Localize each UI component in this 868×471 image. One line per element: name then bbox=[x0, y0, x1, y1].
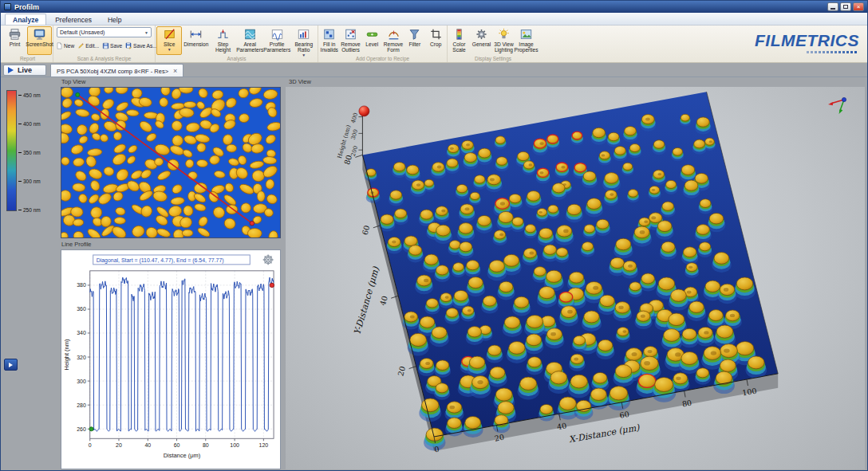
analysis-step-height-button[interactable]: Step Height bbox=[210, 26, 235, 55]
tab-close-icon[interactable]: × bbox=[173, 68, 177, 75]
button-label: Color Scale bbox=[449, 41, 469, 53]
line-profile-chart[interactable]: 020406080100120260280300320340360380Diag… bbox=[61, 249, 281, 469]
save-button[interactable]: Save bbox=[102, 42, 122, 49]
live-label: Live bbox=[18, 66, 32, 74]
analysis-dimension-button[interactable]: Dimension bbox=[183, 26, 209, 55]
svg-text:40: 40 bbox=[378, 295, 389, 307]
play-icon bbox=[8, 67, 14, 73]
analysis-areal-parameters-button[interactable]: Areal Parameters bbox=[237, 26, 263, 55]
group-label-display: Display Settings bbox=[448, 56, 539, 61]
filmetrics-logo: FILMETRICS bbox=[755, 31, 859, 53]
operator-fill-in-invalids-button[interactable]: Fill in Invalids bbox=[319, 26, 340, 55]
svg-text:60: 60 bbox=[174, 442, 180, 448]
display-general-button[interactable]: General bbox=[471, 26, 492, 55]
button-label: Fill in Invalids bbox=[320, 41, 339, 53]
button-label: Level bbox=[365, 41, 378, 47]
trace-end-marker bbox=[270, 283, 274, 288]
save-icon bbox=[102, 42, 109, 49]
operator-filter-button[interactable]: Filter bbox=[404, 26, 425, 55]
color-scale-label: 300 nm bbox=[18, 178, 41, 184]
button-label: Remove Form bbox=[384, 41, 404, 53]
docked-live-icon[interactable] bbox=[4, 359, 18, 371]
button-label: Bearing Ratio bbox=[292, 41, 316, 53]
menu-tab-preferences[interactable]: Preferences bbox=[48, 14, 99, 25]
button-label: New bbox=[64, 43, 74, 49]
svg-text:60: 60 bbox=[619, 410, 630, 420]
3d-view-plot[interactable]: 020406080100X-Distance (μm)20406080Y-Dis… bbox=[286, 87, 865, 469]
svg-text:120: 120 bbox=[259, 442, 269, 448]
slice-icon bbox=[163, 28, 176, 41]
button-label: Save As... bbox=[133, 43, 157, 49]
ribbon-group-report: Print ScreenShot Report bbox=[2, 26, 53, 62]
operator-crop-button[interactable]: Crop bbox=[426, 26, 447, 55]
ribbon-group-operators: Fill in InvalidsRemove OutliersLevelRemo… bbox=[318, 26, 448, 62]
button-label: Crop bbox=[430, 41, 441, 47]
svg-text:260: 260 bbox=[77, 426, 86, 432]
slice-start-marker bbox=[76, 92, 80, 96]
general-icon bbox=[475, 28, 488, 41]
svg-text:200: 200 bbox=[350, 145, 359, 157]
top-view-image[interactable] bbox=[61, 87, 281, 238]
3d-view-title: 3D View bbox=[289, 78, 311, 85]
button-label: Dimension bbox=[183, 41, 208, 47]
ribbon-group-recipe: Default (Unsaved) ▼ NewEdit...SaveSave A… bbox=[53, 26, 156, 62]
orientation-axes-icon bbox=[828, 97, 846, 114]
screenshot-label: ScreenShot bbox=[26, 41, 53, 47]
minimize-button[interactable] bbox=[827, 2, 838, 11]
operator-remove-outliers-button[interactable]: Remove Outliers bbox=[341, 26, 361, 55]
recipe-preset-dropdown[interactable]: Default (Unsaved) ▼ bbox=[57, 27, 152, 37]
svg-text:300: 300 bbox=[77, 379, 86, 384]
filmetrics-wordmark: FILMETRICS bbox=[755, 31, 859, 50]
top-view-title: Top View bbox=[61, 78, 85, 85]
menu-tab-help[interactable]: Help bbox=[101, 14, 128, 25]
color-scale-label: 350 nm bbox=[18, 149, 41, 155]
svg-text:100: 100 bbox=[230, 442, 239, 448]
app-window: Profilm × AnalyzePreferencesHelp Print S… bbox=[0, 0, 868, 471]
menu-tab-analyze[interactable]: Analyze bbox=[5, 14, 46, 25]
button-label: Save bbox=[110, 43, 122, 49]
print-label: Print bbox=[10, 41, 21, 47]
save-as-button[interactable]: Save As... bbox=[125, 42, 157, 49]
analysis-profile-parameters-button[interactable]: Profile Parameters bbox=[264, 26, 290, 55]
display-image-properties-button[interactable]: Image Properties bbox=[515, 26, 537, 55]
analysis-bearing-ratio-button[interactable]: Bearing Ratio▼ bbox=[291, 26, 317, 55]
button-label: Edit... bbox=[85, 43, 99, 49]
group-label-analysis: Analysis bbox=[156, 56, 318, 61]
svg-text:20: 20 bbox=[494, 433, 505, 443]
display-color-scale-button[interactable]: Color Scale bbox=[448, 26, 470, 55]
operator-remove-form-button[interactable]: Remove Form bbox=[383, 26, 404, 55]
display-3d-view-lighting-button[interactable]: 3D View Lighting bbox=[493, 26, 515, 55]
app-icon bbox=[4, 3, 11, 10]
bearing-ratio-icon bbox=[297, 28, 310, 41]
analysis-slice-button[interactable]: Slice▼ bbox=[156, 26, 182, 55]
button-label: Areal Parameters bbox=[236, 41, 263, 53]
svg-text:60: 60 bbox=[360, 225, 371, 237]
svg-text:320: 320 bbox=[77, 355, 86, 360]
operator-level-button[interactable]: Level bbox=[362, 26, 383, 55]
group-label-report: Report bbox=[2, 56, 53, 61]
group-label-recipe: Scan & Analysis Recipe bbox=[53, 56, 155, 61]
close-button[interactable]: × bbox=[853, 2, 864, 11]
dimension-icon bbox=[189, 28, 203, 41]
window-title: Profilm bbox=[14, 3, 39, 11]
print-button[interactable]: Print bbox=[3, 26, 26, 55]
edit-button[interactable]: Edit... bbox=[77, 42, 99, 49]
color-scale-icon bbox=[452, 28, 466, 41]
ribbon-group-display: Color ScaleGeneral3D View LightingImage … bbox=[448, 26, 539, 62]
document-tab[interactable]: PS PCA 50Xobj 4XZM comp 8<RF - Res> × bbox=[50, 64, 183, 77]
live-button[interactable]: Live bbox=[3, 65, 46, 76]
screenshot-icon bbox=[33, 28, 46, 41]
button-label: Slice bbox=[164, 41, 175, 47]
screenshot-button[interactable]: ScreenShot bbox=[27, 26, 52, 55]
svg-text:300: 300 bbox=[350, 128, 359, 140]
new-button[interactable]: New bbox=[56, 42, 74, 49]
slice-end-marker bbox=[250, 221, 254, 226]
color-scale-label: 450 nm bbox=[18, 92, 41, 98]
document-tab-label: PS PCA 50Xobj 4XZM comp 8<RF - Res> bbox=[57, 68, 168, 75]
svg-text:80: 80 bbox=[203, 442, 209, 448]
button-label: Step Height bbox=[211, 41, 235, 53]
crop-icon bbox=[429, 28, 443, 41]
button-label: Profile Parameters bbox=[263, 41, 290, 53]
maximize-button[interactable] bbox=[840, 2, 851, 11]
svg-text:0: 0 bbox=[89, 442, 92, 448]
